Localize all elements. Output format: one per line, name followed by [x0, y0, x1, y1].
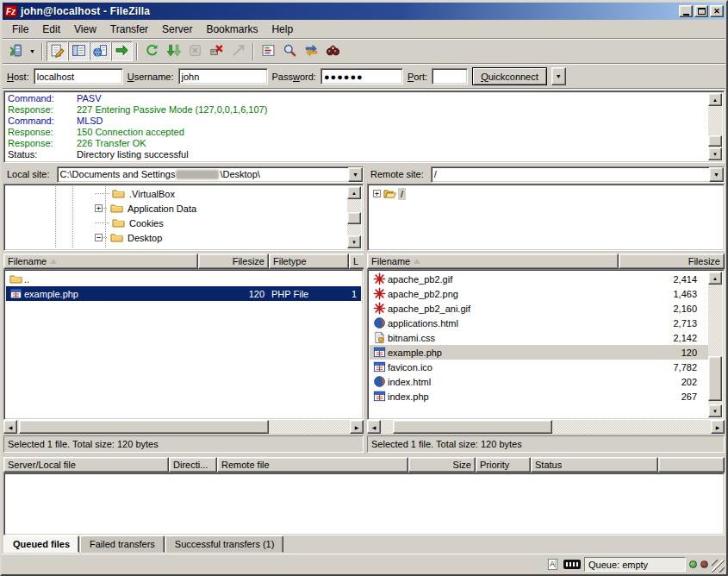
- toggle-remote-tree-button[interactable]: [90, 41, 111, 61]
- menu-item-help[interactable]: Help: [264, 22, 300, 37]
- process-queue-button[interactable]: [163, 41, 184, 61]
- remote-site-label: Remote site:: [367, 169, 427, 179]
- scrollbar-thumb[interactable]: [19, 420, 269, 434]
- filter-icon: [261, 43, 276, 59]
- local-horizontal-scrollbar[interactable]: ◀ ▶: [3, 420, 364, 434]
- transfer-type-icon[interactable]: A: [544, 558, 560, 572]
- menu-item-file[interactable]: File: [5, 22, 35, 37]
- site-manager-button[interactable]: [5, 41, 27, 61]
- minimize-button[interactable]: [679, 5, 693, 17]
- file-row-apache_pb2_ani-gif[interactable]: apache_pb2_ani.gif2,160: [370, 301, 708, 316]
- remote-column-header-filename[interactable]: Filename: [367, 254, 619, 269]
- scrollbar-thumb[interactable]: [347, 212, 361, 224]
- chevron-down-icon[interactable]: ▼: [348, 167, 363, 182]
- local-site-combobox[interactable]: C:\Documents and Settings\Desktop\ ▼: [57, 166, 364, 183]
- scrollbar-thumb[interactable]: [708, 356, 722, 401]
- remote-column-header-filesize[interactable]: Filesize: [619, 254, 725, 269]
- host-label: Host:: [7, 72, 29, 82]
- close-button[interactable]: ✕: [710, 5, 724, 17]
- scroll-up-icon[interactable]: ▲: [347, 186, 361, 199]
- scroll-up-icon[interactable]: ▲: [708, 272, 722, 285]
- file-row-applications-html[interactable]: applications.html2,713: [370, 316, 708, 330]
- menu-item-view[interactable]: View: [67, 22, 103, 37]
- port-input[interactable]: [432, 68, 468, 85]
- disconnect-button[interactable]: [206, 41, 227, 61]
- tree-item-application-data[interactable]: +Application Data: [6, 201, 347, 216]
- local-column-header-filetype[interactable]: Filetype: [269, 254, 349, 269]
- find-files-button[interactable]: [322, 41, 344, 61]
- quickconnect-button[interactable]: Quickconnect: [472, 67, 547, 85]
- quickconnect-dropdown-icon[interactable]: ▼: [551, 67, 566, 85]
- remote-list-scrollbar[interactable]: ▲ ▼: [708, 272, 722, 417]
- file-row-example-php[interactable]: example.php120PHP File1: [6, 286, 361, 301]
- scroll-down-icon[interactable]: ▼: [708, 147, 722, 160]
- scrollbar-thumb[interactable]: [708, 135, 722, 147]
- queue-column-header-status[interactable]: Status: [531, 457, 658, 473]
- maximize-button[interactable]: [694, 5, 708, 17]
- menu-item-edit[interactable]: Edit: [35, 22, 67, 37]
- file-row-apache_pb2-gif[interactable]: apache_pb2.gif2,414: [370, 272, 708, 286]
- local-column-header-l[interactable]: L: [349, 254, 364, 269]
- file-row-bitnami-css[interactable]: bitnami.css2,142: [370, 330, 708, 345]
- file-row--[interactable]: ..: [6, 272, 361, 286]
- queue-column-header-remote-file[interactable]: Remote file: [217, 457, 408, 473]
- message-log-scrollbar[interactable]: ▲ ▼: [708, 93, 722, 160]
- menu-item-transfer[interactable]: Transfer: [103, 22, 155, 37]
- speed-limit-icon[interactable]: [563, 560, 581, 569]
- scroll-down-icon[interactable]: ▼: [347, 235, 361, 248]
- scroll-left-icon[interactable]: ◀: [367, 420, 381, 434]
- refresh-button[interactable]: [141, 41, 163, 61]
- scrollbar-thumb[interactable]: [393, 420, 552, 434]
- queue-column-header-directi-[interactable]: Directi...: [169, 457, 217, 473]
- queue-column-header-server-local-file[interactable]: Server/Local file: [3, 457, 169, 473]
- password-input[interactable]: ●●●●●●: [320, 68, 403, 85]
- tab-failed-transfers[interactable]: Failed transfers: [80, 535, 165, 553]
- synchronized-browsing-button[interactable]: [301, 41, 322, 61]
- file-row-apache_pb2-png[interactable]: apache_pb2.png1,463: [370, 286, 708, 301]
- scroll-up-icon[interactable]: ▲: [708, 93, 722, 106]
- resize-grip[interactable]: [712, 560, 725, 573]
- tree-item--virtualbox[interactable]: .VirtualBox: [6, 186, 347, 201]
- toggle-message-log-button[interactable]: [47, 41, 68, 61]
- site-manager-icon: [9, 43, 23, 59]
- expand-icon[interactable]: +: [95, 204, 103, 212]
- file-row-favicon-ico[interactable]: favicon.ico7,782: [370, 360, 708, 374]
- tree-item-root[interactable]: +/: [370, 186, 722, 201]
- collapse-icon[interactable]: −: [95, 234, 103, 241]
- local-status-text: Selected 1 file. Total size: 120 bytes: [3, 435, 364, 453]
- host-input[interactable]: localhost: [34, 68, 123, 85]
- chevron-down-icon[interactable]: ▼: [709, 167, 724, 182]
- scroll-right-icon[interactable]: ▶: [350, 420, 364, 434]
- queue-column-header-size[interactable]: Size: [408, 457, 476, 473]
- username-input[interactable]: john: [178, 68, 268, 85]
- maximize-icon: [698, 8, 706, 15]
- local-pane: Local site: C:\Documents and Settings\De…: [3, 165, 364, 453]
- local-tree-scrollbar[interactable]: ▲ ▼: [347, 186, 361, 248]
- scroll-down-icon[interactable]: ▼: [708, 404, 722, 417]
- menu-item-server[interactable]: Server: [155, 22, 199, 37]
- tab-queued-files[interactable]: Queued files: [3, 535, 79, 553]
- log-line: Response:150 Connection accepted: [6, 127, 708, 138]
- directory-comparison-button[interactable]: [279, 41, 301, 61]
- tree-item-desktop[interactable]: −Desktop: [6, 230, 347, 245]
- chevron-down-icon[interactable]: ▼: [27, 41, 38, 61]
- column-label: Remote file: [221, 460, 270, 470]
- toggle-transfer-queue-button[interactable]: [111, 41, 133, 61]
- expand-icon[interactable]: +: [373, 190, 381, 197]
- scroll-right-icon[interactable]: ▶: [711, 420, 725, 434]
- file-row-index-php[interactable]: index.php267: [370, 389, 708, 404]
- toggle-local-tree-button[interactable]: [68, 41, 90, 61]
- remote-site-combobox[interactable]: / ▼: [431, 166, 725, 183]
- queue-column-header-blank[interactable]: [658, 457, 725, 473]
- tab-successful-transfers-1-[interactable]: Successful transfers (1): [165, 535, 284, 553]
- queue-column-header-priority[interactable]: Priority: [476, 457, 531, 473]
- tree-item-cookies[interactable]: Cookies: [6, 216, 347, 230]
- local-column-header-filesize[interactable]: Filesize: [198, 254, 269, 269]
- file-row-example-php[interactable]: example.php120: [370, 345, 708, 360]
- menu-item-bookmarks[interactable]: Bookmarks: [199, 22, 264, 37]
- filter-button[interactable]: [258, 41, 279, 61]
- scroll-left-icon[interactable]: ◀: [3, 420, 17, 434]
- file-row-index-html[interactable]: index.html202: [370, 374, 708, 389]
- local-column-header-filename[interactable]: Filename: [3, 254, 198, 269]
- remote-horizontal-scrollbar[interactable]: ◀ ▶: [367, 420, 725, 434]
